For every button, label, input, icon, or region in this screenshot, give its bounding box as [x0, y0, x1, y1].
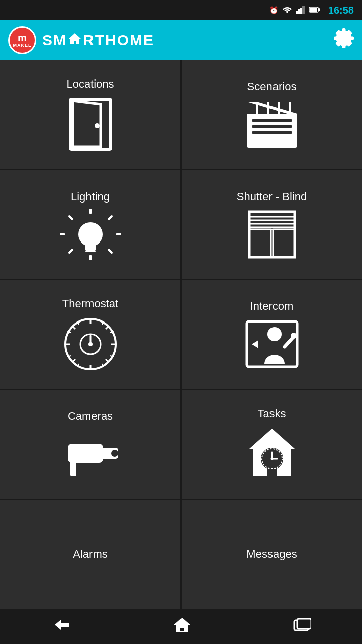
- blinds-icon: [247, 209, 297, 260]
- svg-rect-11: [247, 112, 297, 148]
- settings-button[interactable]: [334, 28, 354, 53]
- messages-cell[interactable]: Messages: [182, 500, 362, 609]
- svg-rect-79: [176, 631, 188, 632]
- back-button[interactable]: [36, 613, 86, 640]
- wifi-icon: [282, 6, 292, 15]
- svg-line-50: [106, 359, 109, 362]
- thermostat-icon: [63, 316, 118, 372]
- tasks-icon: [244, 426, 300, 481]
- status-bar: ⏰ 16:58: [0, 0, 362, 20]
- signal-icon: [296, 6, 305, 15]
- main-grid: Locations Scenarios: [0, 60, 362, 609]
- svg-rect-1: [298, 9, 300, 14]
- svg-line-28: [69, 250, 72, 253]
- svg-point-30: [78, 222, 103, 247]
- bottom-nav: [0, 609, 362, 644]
- svg-point-61: [88, 342, 93, 346]
- cameras-cell[interactable]: Cameras: [0, 390, 180, 499]
- svg-rect-19: [252, 119, 292, 122]
- tasks-label: Tasks: [257, 407, 286, 420]
- svg-rect-6: [310, 8, 317, 12]
- home-button[interactable]: [158, 612, 206, 641]
- svg-line-47: [72, 326, 75, 329]
- locations-cell[interactable]: Locations: [0, 60, 180, 169]
- alarm-icon: ⏰: [269, 6, 278, 14]
- recents-button[interactable]: [278, 613, 326, 640]
- svg-marker-78: [174, 618, 190, 632]
- lighting-label: Lighting: [71, 190, 110, 203]
- svg-rect-81: [297, 619, 311, 629]
- shutter-blind-label: Shutter - Blind: [237, 190, 307, 203]
- svg-rect-20: [252, 125, 292, 128]
- svg-point-65: [291, 333, 297, 339]
- scenarios-cell[interactable]: Scenarios: [182, 60, 362, 169]
- svg-point-77: [270, 458, 273, 460]
- svg-rect-40: [249, 229, 271, 257]
- intercom-cell[interactable]: Intercom: [182, 280, 362, 389]
- svg-rect-41: [273, 229, 295, 257]
- svg-rect-71: [69, 456, 89, 462]
- svg-line-26: [69, 216, 72, 219]
- svg-rect-33: [85, 250, 96, 252]
- svg-marker-66: [252, 340, 258, 348]
- clapperboard-icon: [244, 99, 300, 149]
- app-name: SM RTHOME: [42, 32, 154, 49]
- svg-rect-9: [70, 99, 111, 149]
- status-time: 16:58: [328, 5, 354, 16]
- thermostat-label: Thermostat: [62, 297, 118, 310]
- lighting-cell[interactable]: Lighting: [0, 170, 180, 279]
- cameras-label: Cameras: [68, 410, 113, 423]
- shutter-blind-cell[interactable]: Shutter - Blind: [182, 170, 362, 279]
- svg-rect-2: [300, 8, 302, 14]
- makel-logo: m MAKEL: [8, 26, 36, 54]
- intercom-label: Intercom: [250, 300, 294, 313]
- svg-point-70: [111, 450, 118, 457]
- alarms-label: Alarms: [73, 548, 107, 561]
- svg-point-10: [95, 123, 100, 128]
- locations-label: Locations: [66, 77, 114, 91]
- svg-rect-0: [296, 11, 298, 14]
- svg-rect-21: [252, 131, 292, 134]
- messages-label: Messages: [246, 548, 297, 561]
- camera-icon: [60, 429, 121, 479]
- svg-rect-34: [249, 212, 295, 257]
- svg-rect-3: [302, 6, 304, 14]
- intercom-icon: [244, 319, 300, 369]
- app-header: m MAKEL SM RTHOME: [0, 20, 362, 60]
- svg-line-49: [72, 359, 75, 362]
- svg-point-63: [267, 327, 282, 341]
- alarms-cell[interactable]: Alarms: [0, 500, 180, 609]
- tasks-cell[interactable]: Tasks: [182, 390, 362, 499]
- svg-rect-4: [304, 6, 305, 14]
- svg-marker-8: [69, 33, 81, 44]
- logo-area: m MAKEL SM RTHOME: [8, 26, 154, 54]
- svg-line-29: [109, 250, 112, 253]
- lightbulb-icon: [60, 209, 121, 260]
- thermostat-cell[interactable]: Thermostat: [0, 280, 180, 389]
- door-icon: [65, 97, 116, 152]
- svg-line-27: [109, 216, 112, 219]
- svg-rect-7: [318, 8, 320, 11]
- svg-rect-17: [291, 102, 297, 114]
- scenarios-label: Scenarios: [247, 80, 297, 93]
- svg-line-48: [106, 326, 109, 329]
- svg-rect-31: [85, 244, 96, 247]
- svg-rect-32: [85, 247, 96, 250]
- battery-icon: [309, 6, 320, 15]
